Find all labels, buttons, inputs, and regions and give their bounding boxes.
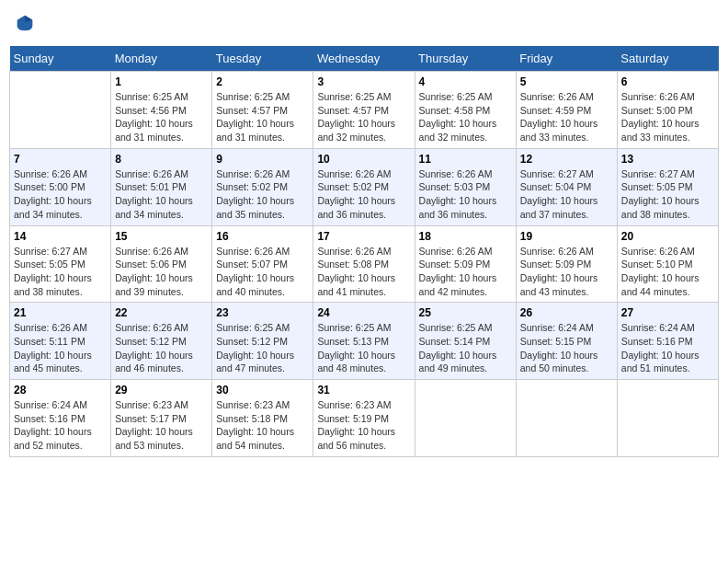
calendar-cell: 31Sunrise: 6:23 AMSunset: 5:19 PMDayligh…: [313, 380, 415, 457]
calendar-table: SundayMondayTuesdayWednesdayThursdayFrid…: [9, 46, 719, 457]
calendar-cell: 17Sunrise: 6:26 AMSunset: 5:08 PMDayligh…: [313, 225, 415, 303]
calendar-cell: 4Sunrise: 6:25 AMSunset: 4:58 PMDaylight…: [415, 72, 516, 149]
day-number: 21: [14, 306, 107, 319]
calendar-cell: 28Sunrise: 6:24 AMSunset: 5:16 PMDayligh…: [10, 380, 111, 457]
calendar-week-row: 28Sunrise: 6:24 AMSunset: 5:16 PMDayligh…: [10, 380, 719, 457]
weekday-header-wednesday: Wednesday: [313, 46, 415, 72]
day-info: Sunrise: 6:26 AMSunset: 5:02 PMDaylight:…: [216, 167, 309, 222]
calendar-cell: 2Sunrise: 6:25 AMSunset: 4:57 PMDaylight…: [212, 72, 313, 149]
calendar-cell: 3Sunrise: 6:25 AMSunset: 4:57 PMDaylight…: [313, 72, 415, 149]
day-number: 6: [621, 75, 714, 88]
page-header: [9, 9, 719, 37]
calendar-cell: 18Sunrise: 6:26 AMSunset: 5:09 PMDayligh…: [415, 225, 516, 303]
day-number: 11: [419, 153, 512, 166]
weekday-header-sunday: Sunday: [10, 46, 111, 72]
calendar-cell: 13Sunrise: 6:27 AMSunset: 5:05 PMDayligh…: [617, 148, 718, 225]
weekday-header-tuesday: Tuesday: [212, 46, 313, 72]
day-number: 26: [520, 306, 613, 319]
calendar-cell: 27Sunrise: 6:24 AMSunset: 5:16 PMDayligh…: [617, 303, 718, 380]
day-number: 9: [216, 153, 309, 166]
day-number: 25: [419, 306, 512, 319]
day-number: 17: [317, 230, 410, 243]
day-info: Sunrise: 6:24 AMSunset: 5:16 PMDaylight:…: [621, 321, 714, 375]
day-info: Sunrise: 6:25 AMSunset: 4:58 PMDaylight:…: [419, 90, 512, 144]
day-number: 14: [14, 230, 107, 243]
calendar-cell: 6Sunrise: 6:26 AMSunset: 5:00 PMDaylight…: [617, 72, 718, 149]
day-number: 1: [115, 75, 208, 88]
day-number: 5: [520, 75, 613, 88]
day-info: Sunrise: 6:26 AMSunset: 5:10 PMDaylight:…: [621, 245, 714, 299]
day-info: Sunrise: 6:25 AMSunset: 4:56 PMDaylight:…: [115, 90, 208, 144]
day-number: 20: [621, 230, 714, 243]
logo-icon: [16, 14, 34, 32]
day-number: 2: [216, 75, 309, 88]
weekday-header-friday: Friday: [516, 46, 617, 72]
day-number: 13: [621, 153, 714, 166]
day-number: 27: [621, 306, 714, 319]
day-info: Sunrise: 6:26 AMSunset: 5:00 PMDaylight:…: [621, 90, 714, 144]
day-number: 7: [14, 153, 107, 166]
calendar-cell: [415, 380, 516, 457]
calendar-cell: 22Sunrise: 6:26 AMSunset: 5:12 PMDayligh…: [111, 303, 212, 380]
weekday-header-saturday: Saturday: [617, 46, 718, 72]
day-number: 31: [317, 384, 410, 396]
day-info: Sunrise: 6:26 AMSunset: 5:07 PMDaylight:…: [216, 245, 309, 299]
day-info: Sunrise: 6:26 AMSunset: 5:08 PMDaylight:…: [317, 245, 410, 299]
calendar-cell: [10, 72, 111, 149]
day-number: 16: [216, 230, 309, 243]
calendar-cell: 21Sunrise: 6:26 AMSunset: 5:11 PMDayligh…: [10, 303, 111, 380]
weekday-header-monday: Monday: [111, 46, 212, 72]
day-number: 22: [115, 306, 208, 319]
day-number: 4: [419, 75, 512, 88]
calendar-cell: 9Sunrise: 6:26 AMSunset: 5:02 PMDaylight…: [212, 148, 313, 225]
calendar-cell: 20Sunrise: 6:26 AMSunset: 5:10 PMDayligh…: [617, 225, 718, 303]
day-info: Sunrise: 6:23 AMSunset: 5:17 PMDaylight:…: [115, 398, 208, 453]
day-info: Sunrise: 6:25 AMSunset: 5:13 PMDaylight:…: [317, 321, 410, 375]
calendar-cell: 1Sunrise: 6:25 AMSunset: 4:56 PMDaylight…: [111, 72, 212, 149]
calendar-cell: [617, 380, 718, 457]
day-number: 8: [115, 153, 208, 166]
calendar-cell: 30Sunrise: 6:23 AMSunset: 5:18 PMDayligh…: [212, 380, 313, 457]
day-number: 15: [115, 230, 208, 243]
weekday-header-thursday: Thursday: [415, 46, 516, 72]
day-number: 19: [520, 230, 613, 243]
day-info: Sunrise: 6:25 AMSunset: 4:57 PMDaylight:…: [317, 90, 410, 144]
calendar-week-row: 14Sunrise: 6:27 AMSunset: 5:05 PMDayligh…: [10, 225, 719, 303]
day-info: Sunrise: 6:24 AMSunset: 5:15 PMDaylight:…: [520, 321, 613, 375]
day-info: Sunrise: 6:26 AMSunset: 5:02 PMDaylight:…: [317, 167, 410, 222]
calendar-cell: 25Sunrise: 6:25 AMSunset: 5:14 PMDayligh…: [415, 303, 516, 380]
day-number: 28: [14, 384, 107, 396]
calendar-cell: 14Sunrise: 6:27 AMSunset: 5:05 PMDayligh…: [10, 225, 111, 303]
calendar-week-row: 7Sunrise: 6:26 AMSunset: 5:00 PMDaylight…: [10, 148, 719, 225]
calendar-cell: 23Sunrise: 6:25 AMSunset: 5:12 PMDayligh…: [212, 303, 313, 380]
day-info: Sunrise: 6:24 AMSunset: 5:16 PMDaylight:…: [14, 398, 107, 453]
calendar-cell: 5Sunrise: 6:26 AMSunset: 4:59 PMDaylight…: [516, 72, 617, 149]
calendar-cell: 24Sunrise: 6:25 AMSunset: 5:13 PMDayligh…: [313, 303, 415, 380]
calendar-cell: 8Sunrise: 6:26 AMSunset: 5:01 PMDaylight…: [111, 148, 212, 225]
day-number: 30: [216, 384, 309, 396]
day-info: Sunrise: 6:25 AMSunset: 4:57 PMDaylight:…: [216, 90, 309, 144]
day-info: Sunrise: 6:26 AMSunset: 5:11 PMDaylight:…: [14, 321, 107, 375]
calendar-cell: 12Sunrise: 6:27 AMSunset: 5:04 PMDayligh…: [516, 148, 617, 225]
day-info: Sunrise: 6:25 AMSunset: 5:14 PMDaylight:…: [419, 321, 512, 375]
day-info: Sunrise: 6:23 AMSunset: 5:19 PMDaylight:…: [317, 398, 410, 453]
day-info: Sunrise: 6:26 AMSunset: 4:59 PMDaylight:…: [520, 90, 613, 144]
day-number: 10: [317, 153, 410, 166]
day-number: 23: [216, 306, 309, 319]
day-info: Sunrise: 6:26 AMSunset: 5:03 PMDaylight:…: [419, 167, 512, 222]
calendar-cell: 7Sunrise: 6:26 AMSunset: 5:00 PMDaylight…: [10, 148, 111, 225]
calendar-week-row: 21Sunrise: 6:26 AMSunset: 5:11 PMDayligh…: [10, 303, 719, 380]
day-number: 29: [115, 384, 208, 396]
day-info: Sunrise: 6:25 AMSunset: 5:12 PMDaylight:…: [216, 321, 309, 375]
day-number: 12: [520, 153, 613, 166]
calendar-cell: 19Sunrise: 6:26 AMSunset: 5:09 PMDayligh…: [516, 225, 617, 303]
calendar-cell: 16Sunrise: 6:26 AMSunset: 5:07 PMDayligh…: [212, 225, 313, 303]
calendar-cell: 11Sunrise: 6:26 AMSunset: 5:03 PMDayligh…: [415, 148, 516, 225]
day-info: Sunrise: 6:26 AMSunset: 5:01 PMDaylight:…: [115, 167, 208, 222]
day-info: Sunrise: 6:26 AMSunset: 5:00 PMDaylight:…: [14, 167, 107, 222]
weekday-header-row: SundayMondayTuesdayWednesdayThursdayFrid…: [10, 46, 719, 72]
day-info: Sunrise: 6:26 AMSunset: 5:12 PMDaylight:…: [115, 321, 208, 375]
day-info: Sunrise: 6:26 AMSunset: 5:06 PMDaylight:…: [115, 245, 208, 299]
day-number: 18: [419, 230, 512, 243]
day-info: Sunrise: 6:27 AMSunset: 5:05 PMDaylight:…: [621, 167, 714, 222]
